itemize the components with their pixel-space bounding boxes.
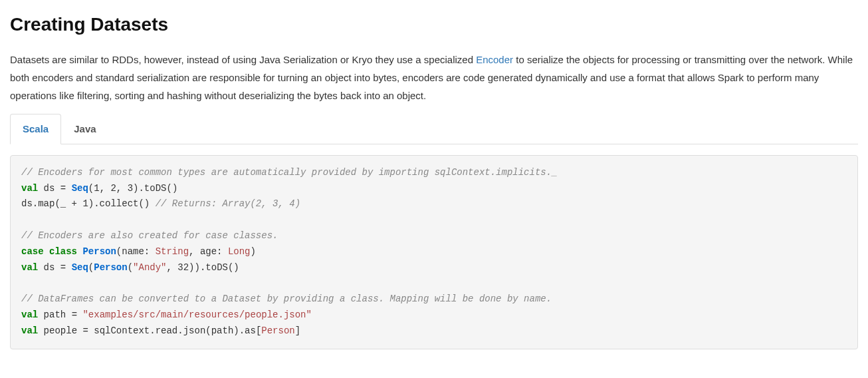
code-string: "examples/src/main/resources/people.json… (82, 309, 311, 320)
code-comment: // Encoders for most common types are au… (21, 167, 558, 178)
code-class: String (156, 246, 189, 257)
code-text: ds.map(_ + 1).collect() (21, 198, 156, 209)
code-type: Seq (72, 262, 88, 273)
code-keyword: val (21, 183, 38, 194)
intro-text-1: Datasets are similar to RDDs, however, i… (10, 54, 476, 65)
code-text: = (82, 325, 94, 336)
encoder-link[interactable]: Encoder (476, 54, 513, 65)
code-text: ds (38, 183, 60, 194)
code-text: , age: (189, 246, 228, 257)
code-type: Seq (72, 183, 88, 194)
language-tabs: Scala Java (10, 114, 858, 144)
code-text: (name: (116, 246, 156, 257)
code-text: sqlContext.read.json(path).as[ (94, 325, 261, 336)
code-type: Person (82, 246, 116, 257)
tab-scala[interactable]: Scala (10, 114, 61, 144)
code-text: , 32)).toDS() (167, 262, 239, 273)
code-keyword: case (21, 246, 44, 257)
code-text: ds (38, 262, 60, 273)
code-text: ( (88, 262, 94, 273)
code-comment: // Encoders are also created for case cl… (21, 230, 278, 241)
code-keyword: val (21, 325, 38, 336)
code-block-scala: // Encoders for most common types are au… (10, 155, 858, 349)
intro-paragraph: Datasets are similar to RDDs, however, i… (10, 51, 858, 104)
code-string: "Andy" (133, 262, 166, 273)
code-text: ) (251, 246, 256, 257)
code-keyword: val (21, 262, 38, 273)
code-text: = (72, 309, 83, 320)
section-heading: Creating Datasets (10, 10, 858, 40)
code-keyword: class (44, 246, 83, 257)
code-keyword: val (21, 309, 38, 320)
code-class: Long (228, 246, 251, 257)
code-text: ( (128, 262, 133, 273)
code-text: people (38, 325, 82, 336)
code-comment: // Returns: Array(2, 3, 4) (156, 198, 300, 209)
code-text: = (60, 183, 72, 194)
code-comment: // DataFrames can be converted to a Data… (21, 293, 552, 304)
code-text: path (38, 309, 71, 320)
code-text: (1, 2, 3).toDS() (88, 183, 177, 194)
code-text: ] (295, 325, 300, 336)
code-type: Person (94, 262, 127, 273)
tab-java[interactable]: Java (61, 114, 108, 144)
code-text: = (60, 262, 72, 273)
code-class: Person (261, 325, 294, 336)
